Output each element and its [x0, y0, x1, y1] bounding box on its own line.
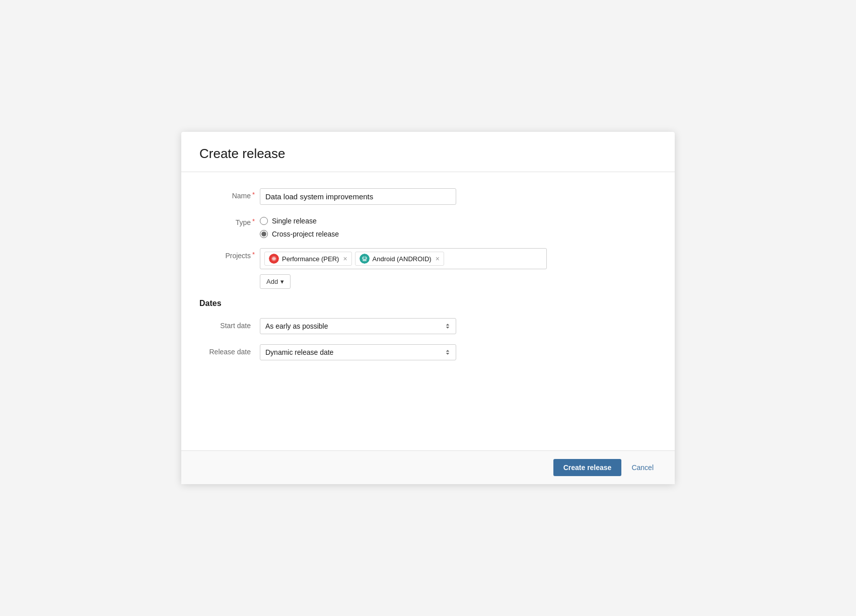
add-button-wrap: Add ▾ — [260, 274, 657, 289]
type-single-label: Single release — [272, 217, 317, 225]
create-release-button[interactable]: Create release — [553, 459, 622, 476]
projects-label: Projects* — [199, 248, 260, 260]
start-date-label: Start date — [199, 318, 260, 330]
type-label: Type* — [199, 215, 260, 226]
android-remove-button[interactable]: × — [436, 255, 440, 262]
type-radio-group: Single release Cross-project release — [260, 215, 657, 238]
type-row: Type* Single release Cross-project relea… — [199, 215, 657, 238]
per-remove-button[interactable]: × — [343, 255, 347, 262]
project-tag-android: Android (ANDROID) × — [355, 252, 444, 266]
project-tag-per: Performance (PER) × — [264, 252, 352, 266]
svg-rect-7 — [363, 260, 367, 261]
dialog-header: Create release — [181, 132, 675, 172]
release-date-label: Release date — [199, 344, 260, 356]
release-date-control-wrap: Dynamic release date Specific date — [260, 344, 657, 360]
radio-cross[interactable] — [260, 230, 268, 238]
dates-section-title: Dates — [199, 299, 657, 308]
type-option-single[interactable]: Single release — [260, 217, 657, 225]
name-input[interactable] — [260, 188, 456, 205]
start-date-control-wrap: As early as possible Specific date — [260, 318, 657, 334]
per-icon — [269, 254, 279, 264]
cancel-button[interactable]: Cancel — [628, 459, 657, 476]
projects-row: Projects* — [199, 248, 657, 289]
name-label: Name* — [199, 188, 260, 200]
android-icon — [360, 254, 370, 264]
name-control-wrap — [260, 188, 657, 205]
dates-section: Dates Start date As early as possible Sp… — [199, 299, 657, 360]
start-date-row: Start date As early as possible Specific… — [199, 318, 657, 334]
release-date-row: Release date Dynamic release date Specif… — [199, 344, 657, 360]
svg-point-4 — [363, 257, 366, 259]
release-date-select[interactable]: Dynamic release date Specific date — [260, 344, 456, 360]
add-chevron-icon: ▾ — [280, 278, 284, 285]
add-project-button[interactable]: Add ▾ — [260, 274, 291, 289]
per-tag-label: Performance (PER) — [282, 255, 339, 263]
projects-input-area[interactable]: Performance (PER) × — [260, 248, 547, 269]
type-cross-label: Cross-project release — [272, 230, 339, 238]
dialog-title: Create release — [199, 146, 657, 162]
dialog-footer: Create release Cancel — [181, 450, 675, 484]
create-release-dialog: Create release Name* Type* Single releas… — [181, 132, 675, 484]
name-row: Name* — [199, 188, 657, 205]
svg-point-6 — [365, 257, 365, 258]
radio-single[interactable] — [260, 217, 268, 225]
svg-point-5 — [364, 257, 364, 258]
projects-field: Performance (PER) × — [260, 248, 657, 289]
projects-control-wrap: Performance (PER) × — [260, 248, 657, 289]
type-control-wrap: Single release Cross-project release — [260, 215, 657, 238]
type-option-cross[interactable]: Cross-project release — [260, 230, 657, 238]
dialog-body: Name* Type* Single release Cross- — [181, 172, 675, 450]
start-date-select[interactable]: As early as possible Specific date — [260, 318, 456, 334]
add-button-label: Add — [266, 278, 278, 285]
android-tag-label: Android (ANDROID) — [373, 255, 432, 263]
